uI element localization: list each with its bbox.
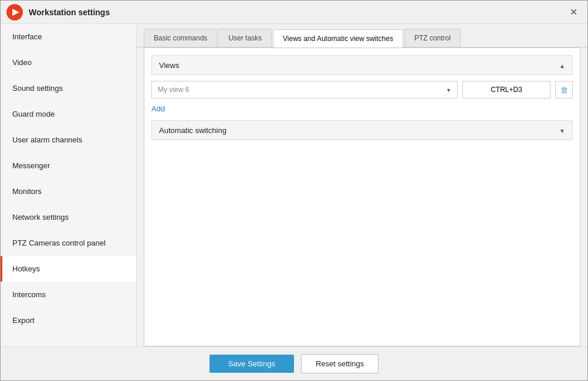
content-area: InterfaceVideoSound settingsGuard modeUs… <box>1 24 587 346</box>
trash-icon <box>560 85 568 94</box>
sidebar-item-hotkeys[interactable]: Hotkeys <box>1 256 136 282</box>
close-button[interactable]: ✕ <box>565 4 582 21</box>
main-window: Workstation settings ✕ InterfaceVideoSou… <box>0 0 588 381</box>
hotkey-input[interactable] <box>462 81 550 98</box>
tab-views-auto-switch[interactable]: Views and Automatic view switches <box>273 29 403 47</box>
delete-view-button[interactable] <box>555 81 573 98</box>
view-select-text: My view 6 <box>158 86 189 94</box>
tab-content: Views My view 6 Add A <box>144 47 580 346</box>
sidebar: InterfaceVideoSound settingsGuard modeUs… <box>1 24 137 346</box>
view-row: My view 6 <box>151 81 573 98</box>
sidebar-item-interface[interactable]: Interface <box>1 24 136 50</box>
reset-settings-button[interactable]: Reset settings <box>301 354 379 373</box>
auto-switch-expand-icon <box>559 125 565 135</box>
titlebar: Workstation settings ✕ <box>1 1 587 24</box>
views-section-title: Views <box>159 61 179 70</box>
sidebar-item-user-alarm-channels[interactable]: User alarm channels <box>1 127 136 153</box>
sidebar-item-sound-settings[interactable]: Sound settings <box>1 76 136 101</box>
tab-user-tasks[interactable]: User tasks <box>218 29 272 47</box>
sidebar-item-intercoms[interactable]: Intercoms <box>1 282 136 308</box>
tabs-bar: Basic commandsUser tasksViews and Automa… <box>137 24 587 47</box>
tab-ptz-control[interactable]: PTZ control <box>404 29 461 47</box>
main-panel: Basic commandsUser tasksViews and Automa… <box>137 24 587 346</box>
app-logo <box>6 4 23 21</box>
views-section-header[interactable]: Views <box>151 55 573 75</box>
view-select-caret <box>446 86 451 94</box>
tab-basic-commands[interactable]: Basic commands <box>144 29 217 47</box>
sidebar-item-ptz-cameras-control-panel[interactable]: PTZ Cameras control panel <box>1 230 136 256</box>
sidebar-item-guard-mode[interactable]: Guard mode <box>1 101 136 127</box>
sidebar-item-network-settings[interactable]: Network settings <box>1 205 136 230</box>
auto-switch-section-header[interactable]: Automatic switching <box>151 120 573 140</box>
footer: Save Settings Reset settings <box>1 346 587 380</box>
sidebar-item-monitors[interactable]: Monitors <box>1 179 136 205</box>
window-title: Workstation settings <box>29 8 565 17</box>
view-select-dropdown[interactable]: My view 6 <box>151 81 458 98</box>
auto-switch-title: Automatic switching <box>159 126 227 135</box>
views-collapse-icon <box>559 60 565 70</box>
sidebar-item-export[interactable]: Export <box>1 308 136 334</box>
add-view-link[interactable]: Add <box>151 104 165 113</box>
sidebar-item-video[interactable]: Video <box>1 50 136 76</box>
save-settings-button[interactable]: Save Settings <box>209 355 294 373</box>
sidebar-item-messenger[interactable]: Messenger <box>1 153 136 179</box>
